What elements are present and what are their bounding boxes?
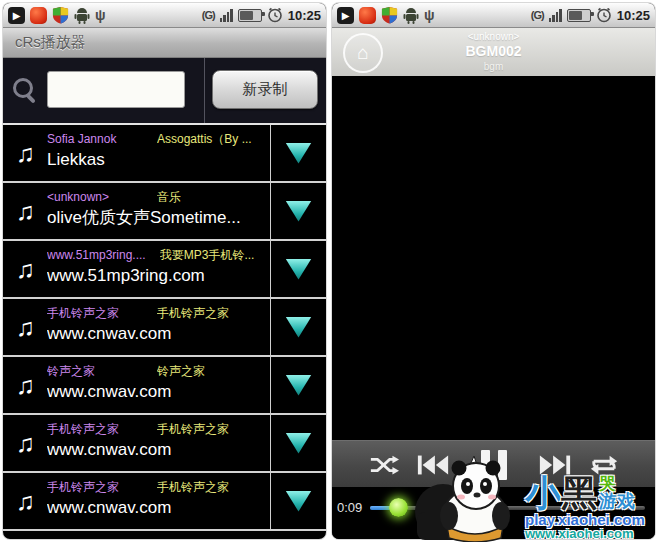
- panel-divider: [204, 58, 205, 123]
- chevron-down-icon: [286, 143, 312, 164]
- song-expand-button[interactable]: [270, 299, 326, 355]
- song-title: Liekkas: [47, 148, 270, 172]
- battery-icon: [238, 9, 262, 22]
- song-album: 铃声之家: [157, 364, 205, 378]
- song-title: www.cnwav.com: [47, 322, 270, 346]
- android-robot-icon: [403, 7, 419, 24]
- chevron-down-icon: [286, 433, 312, 454]
- repeat-button[interactable]: [589, 453, 619, 477]
- song-album: 我要MP3手机铃...: [160, 248, 255, 262]
- media-play-notification-icon: ▶: [337, 7, 354, 24]
- chevron-down-icon: [286, 259, 312, 280]
- security-shield-icon: [52, 6, 69, 24]
- song-artist: <unknown>: [47, 190, 143, 204]
- song-texts: <unknown>音乐olive优质女声Sometime...: [47, 183, 270, 239]
- song-album: Assogattis（By ...: [157, 132, 252, 146]
- music-note-icon: ♫: [3, 125, 47, 181]
- song-expand-button[interactable]: [270, 241, 326, 297]
- song-texts: 手机铃声之家手机铃声之家www.cnwav.com: [47, 415, 270, 471]
- song-texts: www.51mp3ring....我要MP3手机铃...www.51mp3rin…: [47, 241, 270, 297]
- music-note-icon: ♫: [3, 241, 47, 297]
- song-expand-button[interactable]: [270, 473, 326, 529]
- next-track-icon: [538, 453, 572, 477]
- data-network-g-icon: (G): [531, 9, 544, 21]
- song-artist: 手机铃声之家: [47, 480, 143, 494]
- music-note-icon: ♫: [3, 473, 47, 529]
- song-row[interactable]: ♫www.51mp3ring....我要MP3手机铃...www.51mp3ri…: [3, 241, 326, 299]
- now-playing-artist: <unknown>: [392, 30, 595, 43]
- song-album: 手机铃声之家: [157, 422, 229, 436]
- song-row[interactable]: ♫手机铃声之家手机铃声之家www.cnwav.com: [3, 415, 326, 473]
- song-row[interactable]: ♫<unknown>音乐olive优质女声Sometime...: [3, 183, 326, 241]
- song-row[interactable]: ♫铃声之家铃声之家www.cnwav.com: [3, 357, 326, 415]
- song-row[interactable]: ♫Sofia JannokAssogattis（By ...Liekkas: [3, 125, 326, 183]
- song-list: ♫Sofia JannokAssogattis（By ...Liekkas♫<u…: [3, 125, 326, 531]
- album-art-area: [332, 76, 655, 440]
- song-expand-button[interactable]: [270, 415, 326, 471]
- right-screen: ▶ ψ (G): [332, 3, 655, 539]
- home-button[interactable]: ⌂: [343, 33, 383, 73]
- status-bar: ▶ ψ (G): [3, 3, 326, 28]
- chevron-down-icon: [286, 317, 312, 338]
- now-playing-info: <unknown> BGM002 bgm: [392, 30, 595, 74]
- song-expand-button[interactable]: [270, 125, 326, 181]
- progress-track[interactable]: [370, 506, 645, 510]
- chevron-down-icon: [286, 375, 312, 396]
- song-artist: www.51mp3ring....: [47, 248, 146, 262]
- fox-app-icon: [359, 7, 376, 24]
- song-artist: 手机铃声之家: [47, 422, 143, 436]
- transport-bar: [332, 440, 655, 488]
- app-title-bar: cRs播放器: [3, 28, 326, 58]
- usb-icon: ψ: [95, 8, 106, 22]
- chevron-down-icon: [286, 491, 312, 512]
- shuffle-button[interactable]: [369, 453, 399, 477]
- song-title: www.51mp3ring.com: [47, 264, 270, 288]
- song-row[interactable]: ♫手机铃声之家手机铃声之家www.cnwav.com: [3, 473, 326, 531]
- progress-thumb[interactable]: [389, 498, 408, 517]
- song-expand-button[interactable]: [270, 183, 326, 239]
- song-title: www.cnwav.com: [47, 496, 270, 520]
- music-note-icon: ♫: [3, 183, 47, 239]
- pause-button[interactable]: [481, 450, 507, 480]
- previous-track-icon: [416, 453, 450, 477]
- signal-strength-icon: [220, 8, 233, 22]
- left-screen: ▶ ψ (G): [3, 3, 326, 539]
- song-texts: 手机铃声之家手机铃声之家www.cnwav.com: [47, 299, 270, 355]
- shuffle-icon: [369, 453, 399, 477]
- battery-icon: [567, 9, 591, 22]
- now-playing-header: ⌂ <unknown> BGM002 bgm: [332, 28, 655, 77]
- now-playing-album: bgm: [392, 60, 595, 74]
- song-row[interactable]: ♫手机铃声之家手机铃声之家www.cnwav.com: [3, 299, 326, 357]
- music-note-icon: ♫: [3, 357, 47, 413]
- data-network-g-icon: (G): [202, 9, 215, 21]
- song-texts: 手机铃声之家手机铃声之家www.cnwav.com: [47, 473, 270, 529]
- new-record-button[interactable]: 新录制: [212, 70, 318, 109]
- search-input[interactable]: [47, 71, 185, 108]
- media-play-notification-icon: ▶: [8, 7, 25, 24]
- next-button[interactable]: [538, 453, 572, 477]
- clock-time: 10:25: [617, 8, 650, 23]
- screenshot-pair: ▶ ψ (G): [0, 0, 658, 542]
- search-icon: [13, 78, 33, 98]
- chevron-down-icon: [286, 201, 312, 222]
- song-album: 手机铃声之家: [157, 480, 229, 494]
- clock-time: 10:25: [288, 8, 321, 23]
- android-robot-icon: [74, 7, 90, 24]
- search-panel: 新录制: [3, 58, 326, 125]
- song-expand-button[interactable]: [270, 357, 326, 413]
- song-texts: Sofia JannokAssogattis（By ...Liekkas: [47, 125, 270, 181]
- progress-zone: 0:09: [332, 487, 655, 539]
- song-texts: 铃声之家铃声之家www.cnwav.com: [47, 357, 270, 413]
- repeat-icon: [589, 453, 619, 477]
- elapsed-time: 0:09: [337, 500, 362, 515]
- song-artist: Sofia Jannok: [47, 132, 143, 146]
- status-bar: ▶ ψ (G): [332, 3, 655, 28]
- previous-button[interactable]: [416, 453, 450, 477]
- alarm-clock-icon: [267, 7, 283, 23]
- pause-icon: [498, 450, 507, 480]
- song-title: www.cnwav.com: [47, 380, 270, 404]
- song-album: 手机铃声之家: [157, 306, 229, 320]
- song-artist: 铃声之家: [47, 364, 143, 378]
- security-shield-icon: [381, 6, 398, 24]
- song-album: 音乐: [157, 190, 181, 204]
